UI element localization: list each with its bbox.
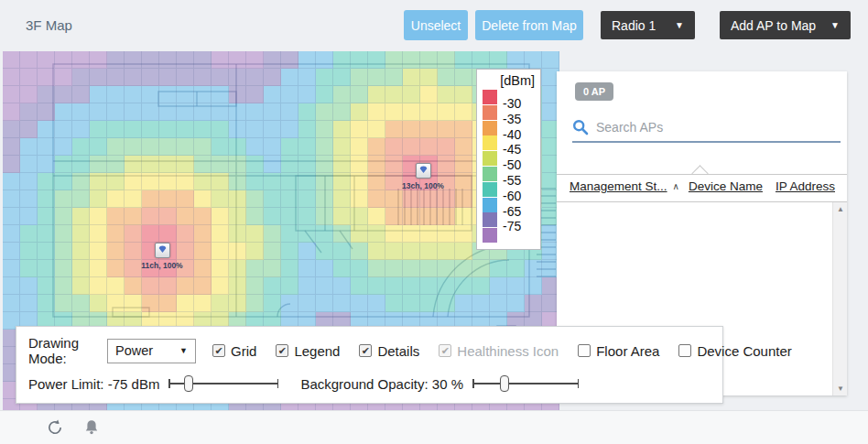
legend-swatch <box>483 212 497 227</box>
heatmap-cell <box>194 295 212 312</box>
delete-from-map-button[interactable]: Delete from Map <box>475 10 583 40</box>
checkbox-legend[interactable]: ✔ <box>276 344 288 357</box>
heatmap-cell <box>72 225 90 243</box>
heatmap-cell <box>107 243 125 260</box>
heatmap-cell <box>368 277 385 295</box>
heatmap-cell <box>159 190 177 208</box>
heatmap-cell <box>264 103 281 121</box>
radio-select-dropdown[interactable]: Radio 1 ▼ <box>601 11 695 39</box>
checkbox-item-legend[interactable]: ✔Legend <box>276 343 340 359</box>
heatmap-cell <box>142 86 159 103</box>
heatmap-cell <box>194 225 212 243</box>
heatmap-cell <box>177 295 194 312</box>
heatmap-cell <box>298 138 316 156</box>
power-limit-slider-thumb[interactable] <box>184 375 193 392</box>
heatmap-cell <box>72 103 90 121</box>
heatmap-cell <box>368 260 385 277</box>
drawing-mode-select[interactable]: Power ▼ <box>107 339 196 363</box>
heatmap-cell <box>125 103 142 121</box>
legend-title: [dBm] <box>483 73 535 88</box>
heatmap-cell <box>351 173 368 190</box>
heatmap-cell <box>472 260 490 277</box>
power-limit-slider[interactable] <box>168 374 278 393</box>
heatmap-cell <box>3 51 20 69</box>
heatmap-cell <box>229 190 246 208</box>
legend-swatch <box>483 121 497 135</box>
heatmap-cell <box>281 190 298 208</box>
heatmap-cell <box>177 156 194 173</box>
heatmap-cell <box>246 277 264 295</box>
checkbox-details[interactable]: ✔ <box>359 344 372 357</box>
heatmap-cell <box>403 243 420 260</box>
heatmap-cell <box>55 121 72 138</box>
heatmap-cell <box>385 277 403 295</box>
checkbox-floor-area[interactable] <box>578 344 591 357</box>
heatmap-cell <box>246 138 264 156</box>
ap-marker-2[interactable]: 13ch, 100% <box>416 163 431 179</box>
heatmap-cell <box>333 243 351 260</box>
heatmap-cell <box>525 277 542 295</box>
heatmap-cell <box>316 277 333 295</box>
heatmap-cell <box>368 173 385 190</box>
heatmap-cell <box>298 295 316 312</box>
column-device-name[interactable]: Device Name <box>689 179 763 193</box>
checkbox-item-device-counter[interactable]: Device Counter <box>678 343 791 359</box>
heatmap-cell <box>212 190 229 208</box>
heatmap-cell <box>420 277 438 295</box>
heatmap-cell <box>38 138 55 156</box>
background-opacity-slider[interactable] <box>472 374 579 393</box>
heatmap-cell <box>316 69 333 86</box>
heatmap-cell <box>90 156 107 173</box>
heatmap-cell <box>177 51 194 69</box>
ap-search-row <box>570 115 835 139</box>
checkbox-device-counter[interactable] <box>678 344 691 357</box>
heatmap-cell <box>3 103 20 121</box>
heatmap-cell <box>351 277 368 295</box>
ap-marker-1[interactable]: 11ch, 100% <box>155 243 170 258</box>
heatmap-cell <box>107 225 125 243</box>
search-input[interactable] <box>596 120 835 135</box>
heatmap-cell <box>229 277 246 295</box>
scroll-up-icon[interactable]: ▲ <box>833 202 848 216</box>
scroll-down-icon[interactable]: ▼ <box>833 382 848 395</box>
checkbox-item-grid[interactable]: ✔Grid <box>212 343 256 359</box>
checkbox-grid[interactable]: ✔ <box>212 344 225 357</box>
heatmap-cell <box>125 156 142 173</box>
refresh-icon[interactable] <box>46 418 64 437</box>
heatmap-cell <box>351 295 368 312</box>
checkbox-item-details[interactable]: ✔Details <box>359 343 419 359</box>
heatmap-cell <box>90 69 107 86</box>
radio-select-label: Radio 1 <box>612 18 656 33</box>
heatmap-cell <box>72 295 90 312</box>
heatmap-cell <box>438 225 455 243</box>
heatmap-cell <box>72 86 90 103</box>
column-management-status[interactable]: Management St... <box>570 179 667 193</box>
column-ip-address[interactable]: IP Address <box>776 179 835 193</box>
heatmap-cell <box>125 69 142 86</box>
checkbox-item-floor-area[interactable]: Floor Area <box>578 343 659 359</box>
background-opacity-slider-thumb[interactable] <box>500 375 509 392</box>
heatmap-cell <box>264 86 281 103</box>
heatmap-cell <box>264 208 281 225</box>
heatmap-cell <box>107 138 125 156</box>
heatmap-cell <box>142 208 159 225</box>
heatmap-cell <box>438 138 455 156</box>
heatmap-cell <box>90 277 107 295</box>
notification-bell-icon[interactable] <box>82 418 101 437</box>
unselect-button[interactable]: Unselect <box>404 10 468 40</box>
heatmap-cell <box>3 208 20 225</box>
heatmap-cell <box>107 103 125 121</box>
heatmap-cell <box>20 173 38 190</box>
ap-list-scrollbar[interactable]: ▲ ▼ <box>832 202 847 395</box>
heatmap-cell <box>316 103 333 121</box>
heatmap-cell <box>351 208 368 225</box>
heatmap-cell <box>125 277 142 295</box>
heatmap-cell <box>194 277 212 295</box>
add-ap-to-map-dropdown[interactable]: Add AP to Map ▼ <box>720 11 851 39</box>
heatmap-cell <box>264 173 281 190</box>
chevron-down-icon: ▼ <box>675 20 684 30</box>
heatmap-cell <box>420 103 438 121</box>
slider-track[interactable] <box>472 383 579 384</box>
heatmap-cell <box>3 86 20 103</box>
heatmap-cell <box>159 277 177 295</box>
